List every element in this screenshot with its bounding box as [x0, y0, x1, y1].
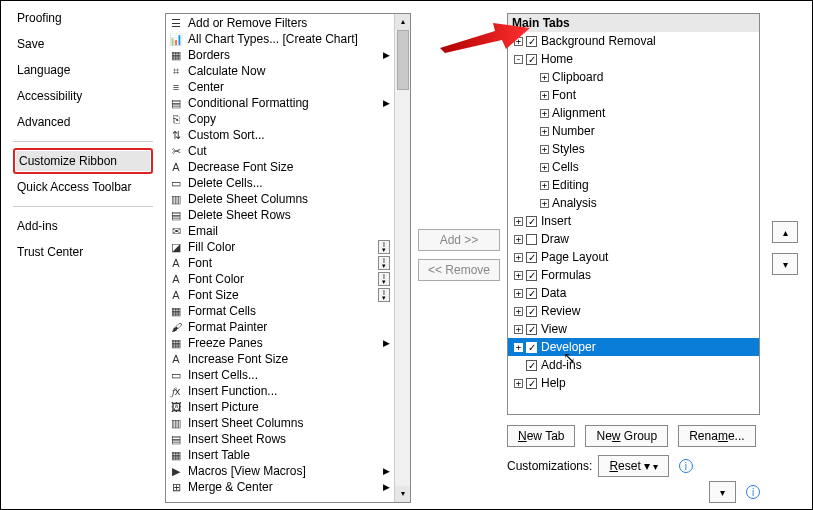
- checkbox[interactable]: ✓: [526, 36, 537, 47]
- tab-node-clipboard[interactable]: +Clipboard: [508, 68, 759, 86]
- expand-icon[interactable]: +: [540, 181, 549, 190]
- tab-node-data[interactable]: +✓Data: [508, 284, 759, 302]
- sidebar-item-save[interactable]: Save: [13, 31, 153, 57]
- checkbox[interactable]: ✓: [526, 54, 537, 65]
- tab-node-background-removal[interactable]: +✓Background Removal: [508, 32, 759, 50]
- command-item[interactable]: ☰Add or Remove Filters: [166, 15, 394, 31]
- sidebar-item-customize-ribbon[interactable]: Customize Ribbon: [13, 148, 153, 174]
- command-item[interactable]: ⇅Custom Sort...: [166, 127, 394, 143]
- command-item[interactable]: ≡Center: [166, 79, 394, 95]
- new-group-button[interactable]: New Group: [585, 425, 668, 447]
- checkbox[interactable]: ✓: [526, 288, 537, 299]
- tab-node-page-layout[interactable]: +✓Page Layout: [508, 248, 759, 266]
- command-item[interactable]: ▤Delete Sheet Rows: [166, 207, 394, 223]
- new-tab-button[interactable]: New Tab: [507, 425, 575, 447]
- info-icon[interactable]: i: [746, 485, 760, 499]
- tab-node-alignment[interactable]: +Alignment: [508, 104, 759, 122]
- command-item[interactable]: ✉Email: [166, 223, 394, 239]
- tab-node-review[interactable]: +✓Review: [508, 302, 759, 320]
- checkbox[interactable]: ✓: [526, 270, 537, 281]
- command-item[interactable]: ▦Insert Table: [166, 447, 394, 463]
- command-item[interactable]: AIncrease Font Size: [166, 351, 394, 367]
- expand-icon[interactable]: +: [540, 73, 549, 82]
- commands-list[interactable]: ☰Add or Remove Filters📊All Chart Types..…: [166, 14, 394, 502]
- checkbox[interactable]: [526, 234, 537, 245]
- rename-button[interactable]: Rename...: [678, 425, 755, 447]
- checkbox[interactable]: ✓: [526, 306, 537, 317]
- dropdown-picker-icon[interactable]: I▾: [378, 272, 390, 286]
- command-item[interactable]: ▤Conditional Formatting▶: [166, 95, 394, 111]
- expand-icon[interactable]: +: [540, 163, 549, 172]
- tab-node-view[interactable]: +✓View: [508, 320, 759, 338]
- expand-icon[interactable]: +: [540, 91, 549, 100]
- checkbox[interactable]: ✓: [526, 342, 537, 353]
- command-item[interactable]: ▭Delete Cells...: [166, 175, 394, 191]
- checkbox[interactable]: ✓: [526, 252, 537, 263]
- commands-scrollbar[interactable]: ▴ ▾: [394, 14, 410, 502]
- command-item[interactable]: ◪Fill ColorI▾: [166, 239, 394, 255]
- command-item[interactable]: AFont ColorI▾: [166, 271, 394, 287]
- move-up-button[interactable]: ▴: [772, 221, 798, 243]
- tab-node-add-ins[interactable]: ✓Add-ins: [508, 356, 759, 374]
- tab-node-number[interactable]: +Number: [508, 122, 759, 140]
- command-item[interactable]: ADecrease Font Size: [166, 159, 394, 175]
- command-item[interactable]: ▥Delete Sheet Columns: [166, 191, 394, 207]
- expand-icon[interactable]: +: [514, 235, 523, 244]
- checkbox[interactable]: ✓: [526, 324, 537, 335]
- sidebar-item-language[interactable]: Language: [13, 57, 153, 83]
- command-item[interactable]: 📊All Chart Types... [Create Chart]: [166, 31, 394, 47]
- info-icon[interactable]: i: [679, 459, 693, 473]
- command-item[interactable]: ▦Borders▶: [166, 47, 394, 63]
- tab-node-cells[interactable]: +Cells: [508, 158, 759, 176]
- reset-button[interactable]: Reset ▾: [598, 455, 668, 477]
- add-button[interactable]: Add >>: [418, 229, 500, 251]
- expand-icon[interactable]: +: [514, 289, 523, 298]
- sidebar-item-proofing[interactable]: Proofing: [13, 5, 153, 31]
- tab-node-font[interactable]: +Font: [508, 86, 759, 104]
- remove-button[interactable]: << Remove: [418, 259, 500, 281]
- expand-icon[interactable]: +: [514, 217, 523, 226]
- expand-icon[interactable]: +: [514, 379, 523, 388]
- dropdown-picker-icon[interactable]: I▾: [378, 240, 390, 254]
- tab-node-styles[interactable]: +Styles: [508, 140, 759, 158]
- scrollbar-thumb[interactable]: [397, 30, 409, 90]
- collapse-icon[interactable]: -: [514, 55, 523, 64]
- command-item[interactable]: AFontI▾: [166, 255, 394, 271]
- sidebar-item-advanced[interactable]: Advanced: [13, 109, 153, 135]
- scroll-up-button[interactable]: ▴: [395, 14, 410, 30]
- command-item[interactable]: 🖌Format Painter: [166, 319, 394, 335]
- tab-node-help[interactable]: +✓Help: [508, 374, 759, 392]
- checkbox[interactable]: ✓: [526, 378, 537, 389]
- expand-icon[interactable]: +: [514, 253, 523, 262]
- sidebar-item-quick-access-toolbar[interactable]: Quick Access Toolbar: [13, 174, 153, 200]
- command-item[interactable]: ▦Format Cells: [166, 303, 394, 319]
- tab-node-home[interactable]: -✓Home: [508, 50, 759, 68]
- expand-icon[interactable]: +: [540, 199, 549, 208]
- dropdown-picker-icon[interactable]: I▾: [378, 256, 390, 270]
- expand-icon[interactable]: +: [540, 109, 549, 118]
- expand-icon[interactable]: +: [540, 127, 549, 136]
- expand-icon[interactable]: +: [540, 145, 549, 154]
- sidebar-item-accessibility[interactable]: Accessibility: [13, 83, 153, 109]
- command-item[interactable]: 𝑓xInsert Function...: [166, 383, 394, 399]
- dropdown-picker-icon[interactable]: I▾: [378, 288, 390, 302]
- expand-icon[interactable]: +: [514, 325, 523, 334]
- import-export-button[interactable]: [709, 481, 736, 503]
- command-item[interactable]: ✂Cut: [166, 143, 394, 159]
- expand-icon[interactable]: +: [514, 271, 523, 280]
- expand-icon[interactable]: +: [514, 343, 523, 352]
- command-item[interactable]: 🖼Insert Picture: [166, 399, 394, 415]
- command-item[interactable]: AFont SizeI▾: [166, 287, 394, 303]
- tab-node-formulas[interactable]: +✓Formulas: [508, 266, 759, 284]
- command-item[interactable]: ▶Macros [View Macros]▶: [166, 463, 394, 479]
- tab-node-draw[interactable]: +Draw: [508, 230, 759, 248]
- tab-node-editing[interactable]: +Editing: [508, 176, 759, 194]
- tab-node-insert[interactable]: +✓Insert: [508, 212, 759, 230]
- command-item[interactable]: ⌗Calculate Now: [166, 63, 394, 79]
- command-item[interactable]: ⎘Copy: [166, 111, 394, 127]
- command-item[interactable]: ▦Freeze Panes▶: [166, 335, 394, 351]
- tabs-tree[interactable]: Main Tabs +✓Background Removal-✓Home+Cli…: [507, 13, 760, 415]
- expand-icon[interactable]: +: [514, 307, 523, 316]
- command-item[interactable]: ▭Insert Cells...: [166, 367, 394, 383]
- tab-node-developer[interactable]: +✓Developer: [508, 338, 759, 356]
